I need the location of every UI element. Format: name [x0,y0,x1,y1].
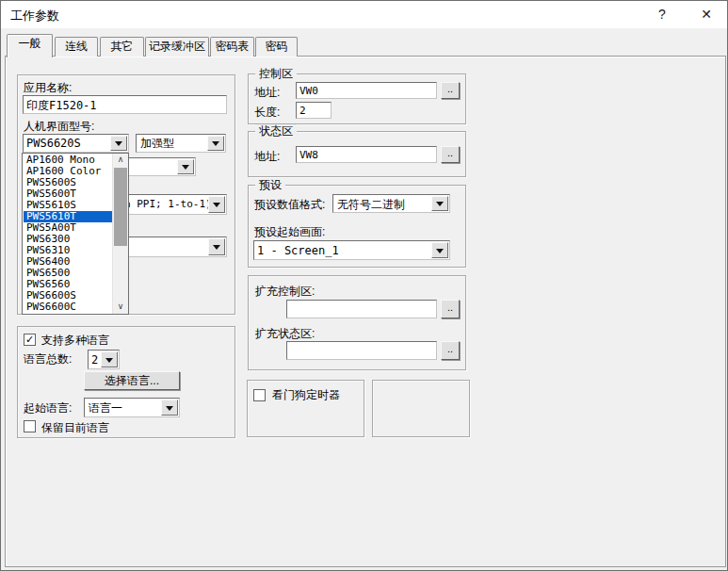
preset-format-dropdown-button[interactable] [431,196,448,211]
chevron-down-icon [182,165,189,173]
status-address-browse-button[interactable]: .. [441,146,460,163]
control-address-browse-button[interactable]: .. [441,82,460,99]
language-count-label: 语言总数: [24,352,72,366]
row2-dropdown-button[interactable] [177,159,194,174]
extended-control-label: 扩充控制区: [255,285,315,298]
control-length-input[interactable]: 2 [296,102,332,119]
preset-screen-combobox[interactable]: 1 - Screen_1 [253,240,450,260]
hmi-model-value: PWS6620S [24,135,113,150]
chevron-down-icon [166,406,173,415]
dialog-title: 工作参数 [10,8,59,24]
multi-language-checkbox[interactable] [24,334,36,346]
keep-language-checkbox[interactable] [24,420,36,432]
chevron-down-icon [213,203,220,211]
title-bar [1,1,727,28]
preset-legend: 预设 [255,178,285,191]
model-type-combobox[interactable]: 加强型 [136,134,226,153]
preset-format-label: 预设数值格式: [254,198,325,211]
watchdog-checkbox[interactable] [253,389,266,401]
app-name-label: 应用名称: [24,81,72,94]
start-language-dropdown-button[interactable] [161,400,178,416]
chevron-down-icon [213,245,220,253]
extended-control-input[interactable] [286,300,437,318]
tab-other[interactable]: 其它 [100,37,144,57]
status-address-label: 地址: [254,150,280,163]
extended-status-browse-button[interactable]: .. [441,341,460,360]
chevron-down-icon [436,249,444,257]
preset-screen-dropdown-button[interactable] [431,242,448,258]
hmi-model-dropdown-button[interactable] [110,136,127,151]
chevron-down-icon [105,358,113,367]
app-name-input[interactable]: 印度F1520-1 [23,95,227,114]
hmi-model-combobox[interactable]: PWS6620S [23,134,129,153]
row4-dropdown-button[interactable] [208,238,225,255]
work-parameters-dialog: 工作参数 ? ✕ 一般 连线 其它 记录缓冲区 密码表 密码 应用名称: 印度F… [0,0,728,571]
tab-record-buffer[interactable]: 记录缓冲区 [145,37,209,57]
start-language-combobox[interactable]: 语言一 [84,398,180,417]
model-list-item[interactable]: PWS6600C [24,302,112,313]
watchdog-label: 看门狗定时器 [272,388,340,401]
language-count-dropdown-button[interactable] [101,351,118,367]
keep-language-label: 保留目前语言 [41,421,109,434]
hmi-model-dropdown-list: AP1600 Mono AP1600 Color PWS5600S PWS560… [22,153,129,315]
help-button[interactable]: ? [648,5,676,24]
model-type-dropdown-button[interactable] [207,136,224,151]
chevron-down-icon [436,202,444,210]
control-address-label: 地址: [254,86,280,99]
preset-screen-label: 预设起始画面: [254,225,325,238]
chevron-down-icon [115,141,122,150]
extended-status-input[interactable] [286,341,437,360]
close-button[interactable]: ✕ [692,5,720,24]
multi-language-label: 支持多种语言 [41,334,109,347]
scroll-up-icon[interactable]: ∧ [113,154,128,167]
controller-dropdown-button[interactable] [208,196,225,213]
scroll-down-icon[interactable]: ∨ [113,301,128,314]
select-language-button[interactable]: 选择语言... [84,371,180,390]
tab-connection[interactable]: 连线 [55,37,98,57]
extended-control-browse-button[interactable]: .. [441,300,460,318]
language-count-combobox[interactable]: 2 [88,350,120,369]
control-address-input[interactable]: VW0 [296,82,437,99]
extended-status-label: 扩充状态区: [255,327,315,340]
list-scrollbar[interactable]: ∧ ∨ [112,154,128,314]
preset-format-combobox[interactable]: 无符号二进制 [332,194,450,213]
hmi-model-label: 人机界面型号: [24,120,94,133]
chevron-down-icon [212,141,219,150]
tab-general[interactable]: 一般 [7,34,53,57]
controller-value: a PPI; 1-to-1) [124,198,211,210]
preset-screen-value: 1 - Screen_1 [254,241,449,257]
control-length-label: 长度: [254,106,280,119]
empty-box [372,380,470,437]
model-list-items: AP1600 Mono AP1600 Color PWS5600S PWS560… [24,155,112,313]
start-language-label: 起始语言: [24,401,72,415]
status-area-legend: 状态区 [255,124,297,138]
scrollbar-thumb[interactable] [114,168,127,246]
tab-password[interactable]: 密码 [255,37,298,57]
control-area-legend: 控制区 [255,67,297,80]
tab-password-table[interactable]: 密码表 [210,37,254,57]
status-address-input[interactable]: VW8 [296,146,437,163]
